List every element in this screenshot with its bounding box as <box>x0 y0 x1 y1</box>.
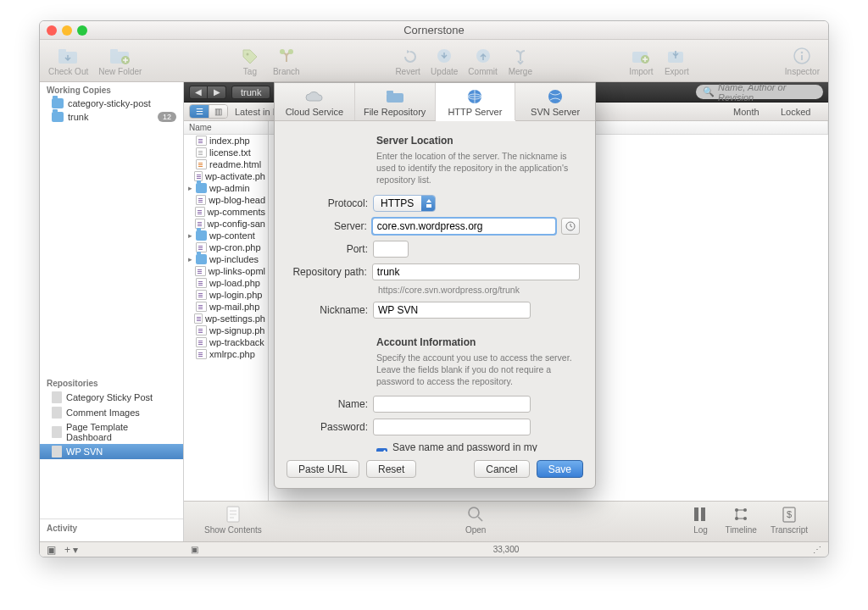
filetree-row[interactable]: wp-trackback <box>184 336 268 348</box>
filetree-item-name: wp-trackback <box>209 337 264 347</box>
filetree-header[interactable]: Name <box>184 121 268 135</box>
folder-icon <box>384 88 406 105</box>
filetree-row[interactable]: xmlrpc.php <box>184 348 268 360</box>
export-toolbar-button[interactable]: Export <box>664 45 689 76</box>
filetree-row[interactable]: ▸wp-includes <box>184 253 268 265</box>
table-header-month[interactable]: Month <box>733 107 774 117</box>
account-name-label: Name: <box>285 398 373 410</box>
tab-file-repository[interactable]: File Repository <box>355 83 436 120</box>
update-toolbar-button[interactable]: Update <box>431 45 458 76</box>
merge-toolbar-button[interactable]: Merge <box>508 45 533 76</box>
branch-icon <box>274 45 299 67</box>
log-button[interactable]: Log <box>689 504 711 535</box>
change-count-badge: 12 <box>158 112 176 122</box>
port-field[interactable] <box>373 241 409 258</box>
server-field[interactable] <box>372 218 556 235</box>
import-toolbar-button[interactable]: Import <box>628 45 654 76</box>
filetree-row[interactable]: ▸wp-content <box>184 230 268 241</box>
cancel-button[interactable]: Cancel <box>474 460 529 478</box>
show-contents-button[interactable]: Show Contents <box>204 504 262 535</box>
tab-http-server[interactable]: HTTP Server <box>436 83 516 120</box>
working-copy-item[interactable]: category-sticky-post <box>40 97 183 110</box>
sidebar-add-button[interactable]: ▣ <box>47 544 56 556</box>
filetree-row[interactable]: wp-comments <box>184 206 268 218</box>
tab-cloud-service[interactable]: Cloud Service <box>275 83 355 120</box>
save-button[interactable]: Save <box>537 460 583 478</box>
disclosure-triangle-icon[interactable]: ▸ <box>186 255 193 263</box>
svg-rect-19 <box>701 507 705 521</box>
inspector-toolbar-button[interactable]: Inspector <box>785 45 820 76</box>
window-title: Cornerstone <box>40 24 828 36</box>
file-icon <box>196 136 207 146</box>
repo-icon <box>52 407 62 419</box>
filetree-row[interactable]: wp-blog-head <box>184 194 268 206</box>
repository-item[interactable]: Page Template Dashboard <box>40 420 183 444</box>
disclosure-triangle-icon[interactable]: ▸ <box>186 231 193 240</box>
filetree-row[interactable]: wp-settings.ph <box>184 313 268 324</box>
svg-rect-15 <box>801 55 803 60</box>
repo-path-field[interactable] <box>372 263 580 280</box>
search-icon: 🔍 <box>703 86 715 97</box>
repo-path-label: Repository path: <box>285 266 372 278</box>
tab-svn-server[interactable]: SVN Server <box>515 83 595 120</box>
working-copy-item[interactable]: trunk12 <box>40 110 183 124</box>
clock-icon <box>565 221 576 231</box>
repository-item[interactable]: Comment Images <box>40 405 183 420</box>
table-header-locked[interactable]: Locked <box>781 107 823 117</box>
filetree-row[interactable]: index.php <box>184 135 268 147</box>
folder-icon <box>52 98 64 108</box>
timeline-button[interactable]: Timeline <box>725 504 756 535</box>
disclosure-triangle-icon[interactable]: ▸ <box>186 184 193 192</box>
protocol-select-input[interactable]: HTTPS <box>373 195 436 212</box>
resize-grip-icon[interactable]: ⋰ <box>813 545 821 554</box>
globe-icon <box>465 88 484 105</box>
account-name-field[interactable] <box>373 396 531 413</box>
add-button[interactable]: ▣ <box>191 545 198 554</box>
view-mode-segment[interactable]: ☰ ▥ <box>189 104 228 119</box>
commit-toolbar-button[interactable]: Commit <box>468 45 497 76</box>
svg-rect-27 <box>387 91 393 94</box>
file-tree: Name index.phplicense.txtreadme.htmlwp-a… <box>184 121 269 501</box>
info-icon <box>789 45 815 67</box>
open-button[interactable]: Open <box>465 504 487 535</box>
file-icon <box>196 147 207 158</box>
revision-search-field[interactable]: 🔍 Name, Author or Revision <box>696 85 823 99</box>
tag-toolbar-button[interactable]: Tag <box>237 45 263 76</box>
account-info-desc: Specify the account you use to access th… <box>376 352 580 388</box>
magnifier-icon <box>465 504 487 524</box>
view-mode-list-icon[interactable]: ☰ <box>190 105 209 118</box>
newfolder-toolbar-button[interactable]: New Folder <box>98 45 142 76</box>
filetree-row[interactable]: wp-links-opml <box>184 265 268 277</box>
revert-toolbar-button[interactable]: Revert <box>395 45 420 76</box>
filetree-row[interactable]: wp-login.php <box>184 289 268 301</box>
filetree-item-name: wp-signup.ph <box>209 325 264 336</box>
account-password-field[interactable] <box>373 419 531 435</box>
filetree-row[interactable]: wp-load.php <box>184 277 268 289</box>
sidebar-plus-button[interactable]: + ▾ <box>64 544 78 556</box>
repository-item[interactable]: Category Sticky Post <box>40 390 183 405</box>
file-icon <box>196 290 207 300</box>
protocol-select[interactable]: HTTPS <box>373 195 436 212</box>
view-mode-column-icon[interactable]: ▥ <box>209 105 227 118</box>
repository-item[interactable]: WP SVN <box>40 444 183 459</box>
file-icon <box>196 337 207 347</box>
paste-url-button[interactable]: Paste URL <box>287 460 359 478</box>
filetree-row[interactable]: license.txt <box>184 147 268 158</box>
transcript-button[interactable]: $Transcript <box>771 504 808 535</box>
branch-toolbar-button[interactable]: Branch <box>273 45 300 76</box>
filetree-row[interactable]: readme.html <box>184 158 268 170</box>
working-copies-header: Working Copies <box>40 82 183 97</box>
nav-forward-button[interactable]: ▶ <box>208 86 226 99</box>
transcript-icon: $ <box>778 504 800 524</box>
reset-button[interactable]: Reset <box>366 460 416 478</box>
nav-back-button[interactable]: ◀ <box>189 86 208 99</box>
filetree-row[interactable]: wp-signup.ph <box>184 324 268 336</box>
server-history-button[interactable] <box>561 218 580 235</box>
path-crumb[interactable]: trunk <box>231 86 270 99</box>
file-icon <box>195 266 205 276</box>
checkout-toolbar-button[interactable]: Check Out <box>48 45 88 76</box>
filetree-row[interactable]: ▸wp-admin <box>184 182 268 194</box>
nickname-field[interactable] <box>373 302 531 319</box>
document-icon <box>222 504 244 524</box>
filetree-row[interactable]: wp-mail.php <box>184 301 268 313</box>
